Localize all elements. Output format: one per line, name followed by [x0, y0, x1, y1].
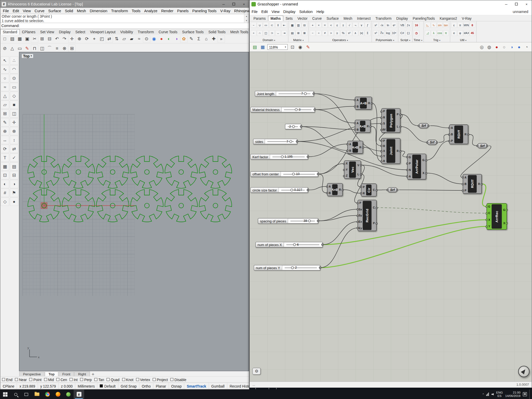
osnap-disable-checkbox[interactable]: Disable [170, 377, 186, 382]
slider-track[interactable]: 10 [283, 172, 315, 176]
input-port-g[interactable]: G [487, 205, 491, 209]
viewport-dropdown-icon[interactable]: ▾ [31, 55, 32, 57]
input-port-a[interactable]: A [327, 185, 332, 188]
preview-wireframe-icon[interactable]: ◍ [486, 44, 493, 50]
osnap-mid-checkbox[interactable]: Mid [44, 377, 54, 382]
gh-component-rdiff[interactable]: RDiffABPR [463, 174, 482, 194]
rotate-tool-icon[interactable]: ⟳ [1, 144, 9, 153]
gh-tab-kangaroo2[interactable]: Kangaroo2 [437, 16, 459, 21]
rhino-menu-solid[interactable]: Solid [63, 9, 75, 13]
palette-component-icon[interactable]: ± [340, 22, 346, 28]
gh-number-slider-offset-from-center[interactable]: offset from center10 [250, 171, 318, 177]
text-tool-icon[interactable]: T [1, 153, 9, 162]
input-port-sx[interactable]: Sx [358, 208, 363, 211]
palette-component-icon[interactable]: |x| [359, 30, 364, 36]
gear-curve[interactable] [131, 156, 163, 188]
rhino-maximize-button[interactable] [229, 0, 239, 8]
gh-component-arrpolar[interactable]: ArrPolarGPNAGX [407, 154, 426, 179]
flatten-tool-icon[interactable]: ⊟ [10, 171, 18, 179]
render-blue-icon[interactable]: ◉ [150, 35, 158, 43]
more-tools-icon[interactable]: » [217, 35, 225, 43]
input-port-r[interactable]: R [382, 144, 386, 148]
palette-component-icon[interactable]: ∿ [431, 22, 436, 28]
shade-right-tool-icon[interactable]: ◑ [10, 180, 18, 188]
rhino-command-history[interactable]: Other corner or length ( 3Point ) 1 curv… [0, 14, 249, 23]
gh-menu-file[interactable]: File [250, 9, 260, 14]
palette-component-icon[interactable]: ▦ [289, 22, 295, 28]
input-port-a[interactable]: A [450, 127, 454, 130]
gh-component-recgrid[interactable]: RecGridPSxSyExEyCP [358, 200, 377, 231]
move-icon[interactable]: ⇄ [105, 35, 113, 43]
gh-number-slider-joint-length[interactable]: Joint length7 [255, 91, 314, 96]
rhino-menu-mesh[interactable]: Mesh [75, 9, 88, 13]
analyze-icon[interactable]: Σ [195, 35, 203, 43]
rhino-menu-curve[interactable]: Curve [33, 9, 46, 13]
search-button[interactable] [10, 389, 21, 399]
gear-curve[interactable] [199, 190, 232, 222]
clock[interactable]: 21:00 14/06/2019 [505, 391, 521, 398]
input-port-rf[interactable]: Rf [382, 128, 386, 132]
palette-component-icon[interactable]: MIN [463, 22, 469, 28]
rhino-menu-surface[interactable]: Surface [46, 9, 63, 13]
gh-component-polygon[interactable]: PolygonPRSRfPL [381, 108, 400, 133]
input-port-x[interactable]: X [382, 150, 386, 153]
vertical-tool-icon[interactable]: ↕ [10, 136, 18, 144]
palette-component-icon[interactable]: + [310, 22, 315, 28]
gh-number-slider[interactable]: 2 [285, 124, 301, 129]
palette-component-icon[interactable]: = [322, 22, 328, 28]
swap-tool-icon[interactable]: ⇄ [10, 144, 18, 153]
input-port-p[interactable]: P [382, 139, 386, 143]
arc-tool-icon[interactable]: ⌒ [46, 44, 53, 52]
start-button[interactable] [0, 389, 10, 399]
palette-component-icon[interactable]: ∧ [353, 30, 358, 36]
palette-component-icon[interactable]: C# [399, 30, 405, 36]
input-port-y[interactable]: Y [382, 155, 386, 158]
doc-blue-icon[interactable]: ● [516, 44, 522, 50]
polygon-tool-icon[interactable]: △ [1, 92, 9, 100]
history-scrollbar[interactable]: ▲ ▼ [244, 14, 249, 23]
input-port-c[interactable]: C [487, 212, 491, 215]
rhino-command-input[interactable]: Command: [0, 23, 249, 29]
palette-group-label[interactable]: Operators▾ [310, 38, 370, 42]
input-port-g[interactable]: G [408, 156, 412, 159]
palette-component-icon[interactable]: ∨ [359, 22, 364, 28]
viewport-canvas[interactable]: xy [19, 52, 249, 371]
home-view-icon[interactable]: ⌂ [203, 35, 210, 43]
layers-icon[interactable]: ✿ [180, 35, 188, 43]
curve-tool-icon[interactable]: ∿ [1, 65, 9, 74]
hatch-tool-icon[interactable]: # [1, 189, 9, 197]
rotate-icon[interactable]: ▱ [121, 35, 128, 43]
select-tool-icon[interactable]: ↖ [1, 56, 9, 65]
gh-param-srf[interactable]: Srf [419, 123, 429, 128]
palette-component-icon[interactable]: x³ [373, 30, 378, 36]
palette-component-icon[interactable]: ƒx [405, 22, 411, 28]
boolean-diff-tool-icon[interactable]: ⊗ [10, 127, 18, 135]
palette-component-icon[interactable]: ▭ [263, 22, 269, 28]
rhino-tab-standard[interactable]: Standard [0, 29, 19, 35]
rhino-tab-set-view[interactable]: Set View [38, 29, 56, 35]
palette-component-icon[interactable]: ▤ [289, 30, 295, 36]
status-millimeters[interactable]: Millimeters [75, 383, 97, 389]
gh-tab-intersect[interactable]: Intersect [355, 16, 373, 21]
language-indicator[interactable]: ENG ES [496, 391, 503, 398]
slider-grip[interactable] [281, 155, 283, 158]
gumball-tool-icon[interactable]: ✛ [10, 118, 18, 127]
slider-track[interactable]: 2 [288, 124, 298, 129]
slider-grip[interactable] [292, 173, 295, 175]
rhino-menu-transform[interactable]: Transform [109, 9, 130, 13]
rhino-menu-render[interactable]: Render [159, 9, 175, 13]
firefox-button[interactable] [52, 389, 63, 399]
preview-shaded-icon[interactable]: ● [494, 44, 500, 50]
gh-param-srf[interactable]: Srf [477, 143, 487, 148]
task-view-button[interactable] [21, 389, 31, 399]
palette-component-icon[interactable]: < [328, 22, 334, 28]
slider-track[interactable]: 1.195 [272, 154, 305, 159]
input-port-p[interactable]: P [408, 162, 412, 165]
input-port-b[interactable]: B [450, 133, 454, 136]
rhino-tab-solid-tools[interactable]: Solid Tools [206, 29, 228, 35]
gh-component-joint[interactable]: JointPRXYRR [381, 138, 400, 164]
plane-tool-icon[interactable]: ▱ [1, 101, 9, 109]
gh-tab-display[interactable]: Display [394, 16, 410, 21]
pen-tool-icon[interactable]: ✎ [23, 44, 31, 52]
palette-component-icon[interactable]: ⊂ [269, 22, 275, 28]
